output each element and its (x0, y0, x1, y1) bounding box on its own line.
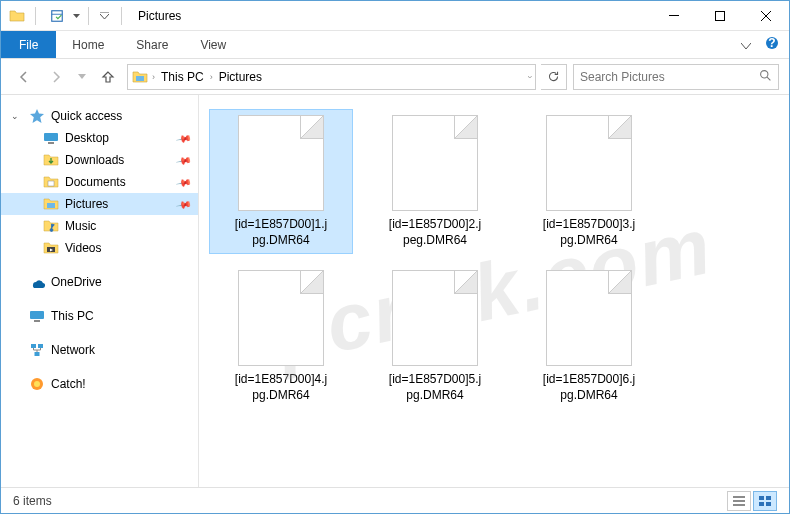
qat-customize-icon[interactable] (97, 5, 111, 27)
ribbon-tab-home[interactable]: Home (56, 31, 120, 58)
downloads-icon (43, 152, 59, 168)
file-name: [id=1E857D00]2.jpeg.DMR64 (389, 217, 481, 248)
search-input[interactable]: Search Pictures (573, 64, 779, 90)
sidebar-item-label: Downloads (65, 153, 124, 167)
address-bar[interactable]: › This PC › Pictures › (127, 64, 536, 90)
minimize-button[interactable] (651, 1, 697, 31)
breadcrumb-pictures[interactable]: Pictures (217, 70, 264, 84)
navigation-pane[interactable]: ⌄ Quick access Desktop 📌 Downloads 📌 (1, 95, 199, 487)
help-icon[interactable]: ? (765, 36, 779, 53)
star-icon (29, 108, 45, 124)
svg-rect-19 (759, 496, 764, 500)
svg-rect-20 (766, 496, 771, 500)
file-item[interactable]: [id=1E857D00]6.jpg.DMR64 (517, 264, 661, 409)
item-count: 6 items (13, 494, 52, 508)
svg-rect-5 (136, 76, 144, 81)
forward-button[interactable] (43, 64, 69, 90)
sidebar-item-music[interactable]: Music (1, 215, 198, 237)
statusbar: 6 items (1, 487, 789, 513)
thumbnails-view-button[interactable] (753, 491, 777, 511)
svg-rect-13 (34, 320, 40, 322)
pin-icon: 📌 (176, 196, 192, 212)
sidebar-item-label: Quick access (51, 109, 122, 123)
maximize-button[interactable] (697, 1, 743, 31)
svg-rect-10 (47, 203, 55, 208)
sidebar-item-label: Network (51, 343, 95, 357)
search-icon (759, 69, 772, 85)
refresh-button[interactable] (541, 64, 567, 90)
svg-rect-7 (44, 133, 58, 141)
sidebar-item-downloads[interactable]: Downloads 📌 (1, 149, 198, 171)
svg-rect-2 (716, 11, 725, 20)
desktop-icon (43, 130, 59, 146)
file-icon (238, 115, 324, 211)
ribbon-tab-share[interactable]: Share (120, 31, 184, 58)
file-name: [id=1E857D00]6.jpg.DMR64 (543, 372, 635, 403)
separator (88, 7, 89, 25)
details-view-button[interactable] (727, 491, 751, 511)
file-name: [id=1E857D00]3.jpg.DMR64 (543, 217, 635, 248)
pictures-icon (43, 196, 59, 212)
file-item[interactable]: [id=1E857D00]5.jpg.DMR64 (363, 264, 507, 409)
svg-rect-22 (766, 502, 771, 506)
music-icon (43, 218, 59, 234)
qat-dropdown-icon[interactable] (72, 5, 80, 27)
sidebar-item-pictures[interactable]: Pictures 📌 (1, 193, 198, 215)
recent-locations-button[interactable] (75, 64, 89, 90)
sidebar-item-label: Catch! (51, 377, 86, 391)
chevron-right-icon[interactable]: › (210, 72, 213, 82)
sidebar-onedrive[interactable]: OneDrive (1, 271, 198, 293)
svg-rect-12 (30, 311, 44, 319)
pin-icon: 📌 (176, 174, 192, 190)
breadcrumb-thispc[interactable]: This PC (159, 70, 206, 84)
sidebar-item-label: Videos (65, 241, 101, 255)
close-button[interactable] (743, 1, 789, 31)
properties-icon[interactable] (46, 5, 68, 27)
sidebar-item-documents[interactable]: Documents 📌 (1, 171, 198, 193)
sidebar-catch[interactable]: Catch! (1, 373, 198, 395)
svg-rect-15 (38, 344, 43, 348)
file-item[interactable]: [id=1E857D00]4.jpg.DMR64 (209, 264, 353, 409)
sidebar-quick-access[interactable]: ⌄ Quick access (1, 105, 198, 127)
sidebar-item-label: This PC (51, 309, 94, 323)
file-list[interactable]: pcrisk.com [id=1E857D00]1.jpg.DMR64 [id=… (199, 95, 789, 487)
back-button[interactable] (11, 64, 37, 90)
sidebar-item-videos[interactable]: Videos (1, 237, 198, 259)
search-placeholder: Search Pictures (580, 70, 665, 84)
chevron-down-icon[interactable]: ⌄ (11, 111, 19, 121)
file-item[interactable]: [id=1E857D00]2.jpeg.DMR64 (363, 109, 507, 254)
sidebar-network[interactable]: Network (1, 339, 198, 361)
ribbon-tab-view[interactable]: View (184, 31, 242, 58)
sidebar-item-desktop[interactable]: Desktop 📌 (1, 127, 198, 149)
file-item[interactable]: [id=1E857D00]3.jpg.DMR64 (517, 109, 661, 254)
chevron-right-icon[interactable]: › (152, 72, 155, 82)
separator (121, 7, 122, 25)
window-controls (651, 1, 789, 31)
catch-icon (29, 376, 45, 392)
quick-access-toolbar (46, 5, 111, 27)
navbar: › This PC › Pictures › Search Pictures (1, 59, 789, 95)
file-item[interactable]: [id=1E857D00]1.jpg.DMR64 (209, 109, 353, 254)
pictures-icon (132, 69, 148, 85)
file-icon (392, 115, 478, 211)
file-icon (546, 115, 632, 211)
titlebar: Pictures (1, 1, 789, 31)
ribbon-expand-icon[interactable] (741, 38, 751, 52)
window-title: Pictures (138, 9, 181, 23)
address-dropdown-icon[interactable]: › (525, 75, 535, 78)
ribbon-file-tab[interactable]: File (1, 31, 56, 58)
file-icon (392, 270, 478, 366)
file-name: [id=1E857D00]5.jpg.DMR64 (389, 372, 481, 403)
explorer-window: Pictures File Home Share View ? (0, 0, 790, 514)
svg-rect-21 (759, 502, 764, 506)
svg-rect-16 (35, 352, 40, 356)
documents-icon (43, 174, 59, 190)
svg-rect-9 (48, 181, 54, 186)
ribbon: File Home Share View ? (1, 31, 789, 59)
onedrive-icon (29, 274, 45, 290)
file-icon (546, 270, 632, 366)
sidebar-item-label: OneDrive (51, 275, 102, 289)
sidebar-thispc[interactable]: This PC (1, 305, 198, 327)
up-button[interactable] (95, 64, 121, 90)
file-name: [id=1E857D00]4.jpg.DMR64 (235, 372, 327, 403)
